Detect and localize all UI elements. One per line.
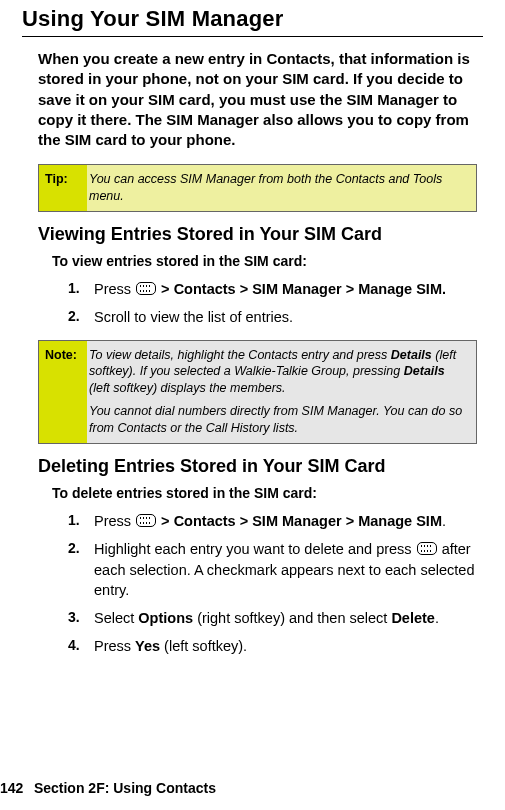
page-title: Using Your SIM Manager xyxy=(22,6,483,32)
list-item: 4. Press Yes (left softkey). xyxy=(76,636,477,656)
menu-key-icon xyxy=(136,282,156,295)
list-item: 2. Highlight each entry you want to dele… xyxy=(76,539,477,600)
page-number: 142 xyxy=(0,780,30,796)
deleting-lead: To delete entries stored in the SIM card… xyxy=(52,485,477,501)
step-bold: SIM Manager xyxy=(252,281,341,297)
note-label: Note: xyxy=(39,341,87,443)
step-bold: Contacts xyxy=(174,513,236,529)
step-text: Press xyxy=(94,513,135,529)
intro-paragraph: When you create a new entry in Contacts,… xyxy=(38,49,477,150)
menu-key-icon xyxy=(417,542,437,555)
viewing-heading: Viewing Entries Stored in Your SIM Card xyxy=(38,224,477,245)
step-text: Select xyxy=(94,610,138,626)
step-text: Highlight each entry you want to delete … xyxy=(94,541,416,557)
note-content: To view details, highlight the Contacts … xyxy=(87,341,476,443)
step-number: 1. xyxy=(68,279,80,299)
deleting-steps: 1. Press > Contacts > SIM Manager > Mana… xyxy=(38,511,477,657)
page-footer: 142 Section 2F: Using Contacts xyxy=(0,780,216,796)
step-sep: > xyxy=(342,281,359,297)
step-sep: > xyxy=(236,281,253,297)
step-text: (left softkey). xyxy=(160,638,247,654)
step-bold: Manage SIM xyxy=(358,513,442,529)
step-number: 3. xyxy=(68,608,80,628)
tip-callout: Tip: You can access SIM Manager from bot… xyxy=(38,164,477,212)
step-text: (right softkey) and then select xyxy=(193,610,391,626)
step-sep: > xyxy=(157,281,174,297)
note-paragraph: To view details, highlight the Contacts … xyxy=(89,347,468,398)
viewing-steps: 1. Press > Contacts > SIM Manager > Mana… xyxy=(38,279,477,328)
list-item: 3. Select Options (right softkey) and th… xyxy=(76,608,477,628)
step-bold: Yes xyxy=(135,638,160,654)
step-number: 1. xyxy=(68,511,80,531)
step-bold: Contacts xyxy=(174,281,236,297)
step-sep: > xyxy=(342,513,359,529)
step-text: Press xyxy=(94,638,135,654)
list-item: 1. Press > Contacts > SIM Manager > Mana… xyxy=(76,279,477,299)
step-sep: > xyxy=(157,513,174,529)
step-bold: Manage SIM. xyxy=(358,281,446,297)
step-text: . xyxy=(442,513,446,529)
step-sep: > xyxy=(236,513,253,529)
tip-content: You can access SIM Manager from both the… xyxy=(87,165,476,211)
step-bold: SIM Manager xyxy=(252,513,341,529)
note-paragraph: You cannot dial numbers directly from SI… xyxy=(89,403,468,437)
step-text: Scroll to view the list of entries. xyxy=(94,309,293,325)
section-label: Section 2F: Using Contacts xyxy=(34,780,216,796)
content-block: When you create a new entry in Contacts,… xyxy=(38,49,477,657)
step-text: Press xyxy=(94,281,135,297)
step-bold: Options xyxy=(138,610,193,626)
list-item: 1. Press > Contacts > SIM Manager > Mana… xyxy=(76,511,477,531)
title-rule xyxy=(22,36,483,37)
step-text: . xyxy=(435,610,439,626)
page: Using Your SIM Manager When you create a… xyxy=(0,6,505,810)
list-item: 2. Scroll to view the list of entries. xyxy=(76,307,477,327)
menu-key-icon xyxy=(136,514,156,527)
deleting-heading: Deleting Entries Stored in Your SIM Card xyxy=(38,456,477,477)
step-number: 4. xyxy=(68,636,80,656)
tip-text: You can access SIM Manager from both the… xyxy=(89,171,468,205)
viewing-lead: To view entries stored in the SIM card: xyxy=(52,253,477,269)
step-bold: Delete xyxy=(391,610,435,626)
note-callout: Note: To view details, highlight the Con… xyxy=(38,340,477,444)
step-number: 2. xyxy=(68,307,80,327)
step-number: 2. xyxy=(68,539,80,559)
tip-label: Tip: xyxy=(39,165,87,211)
